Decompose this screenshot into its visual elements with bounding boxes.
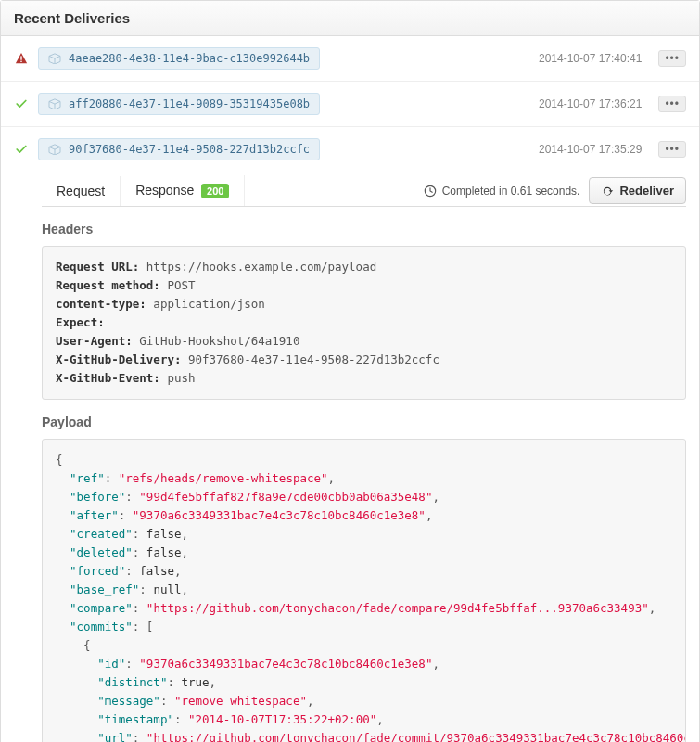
delivery-timestamp: 2014-10-07 17:40:41 [539,52,642,65]
completion-info: Completed in 0.61 seconds. [424,185,590,198]
deliveries-list: 4aeae280-4e38-11e4-9bac-c130e992644b2014… [1,36,699,172]
headers-block: Request URL: https://hooks.example.com/p… [42,246,686,400]
package-icon [48,98,61,109]
more-button[interactable]: ••• [658,96,686,112]
delivery-detail: Request Response 200 Completed in 0.61 s… [1,172,699,742]
tab-response[interactable]: Response 200 [121,175,245,206]
more-button[interactable]: ••• [658,50,686,67]
delivery-timestamp: 2014-10-07 17:35:29 [539,143,642,156]
svg-rect-1 [20,61,21,62]
tab-response-label: Response [135,183,194,198]
sync-icon [601,185,614,198]
more-button[interactable]: ••• [658,141,686,158]
headers-title: Headers [42,222,686,237]
delivery-guid[interactable]: aff20880-4e37-11e4-9089-35319435e08b [38,93,320,115]
redeliver-label: Redeliver [619,184,674,198]
redeliver-button[interactable]: Redeliver [589,177,686,204]
package-icon [48,53,61,64]
status-badge: 200 [201,184,229,198]
recent-deliveries-panel: Recent Deliveries 4aeae280-4e38-11e4-9ba… [0,0,700,742]
delivery-guid[interactable]: 90f37680-4e37-11e4-9508-227d13b2ccfc [38,138,320,160]
alert-icon [14,52,29,65]
payload-title: Payload [42,415,686,429]
svg-rect-0 [20,56,21,59]
package-icon [48,144,61,155]
completion-text: Completed in 0.61 seconds. [442,185,580,198]
check-icon [14,143,29,156]
panel-title: Recent Deliveries [1,1,699,36]
payload-block: { "ref": "refs/heads/remove-whitespace",… [42,439,686,742]
check-icon [14,97,29,110]
delivery-row[interactable]: 4aeae280-4e38-11e4-9bac-c130e992644b2014… [1,36,699,82]
clock-icon [424,185,437,198]
tabs-row: Request Response 200 Completed in 0.61 s… [42,172,686,207]
delivery-row[interactable]: 90f37680-4e37-11e4-9508-227d13b2ccfc2014… [1,127,699,172]
delivery-timestamp: 2014-10-07 17:36:21 [539,97,642,110]
delivery-guid[interactable]: 4aeae280-4e38-11e4-9bac-c130e992644b [38,47,320,70]
tab-request[interactable]: Request [42,176,121,206]
delivery-row[interactable]: aff20880-4e37-11e4-9089-35319435e08b2014… [1,82,699,127]
